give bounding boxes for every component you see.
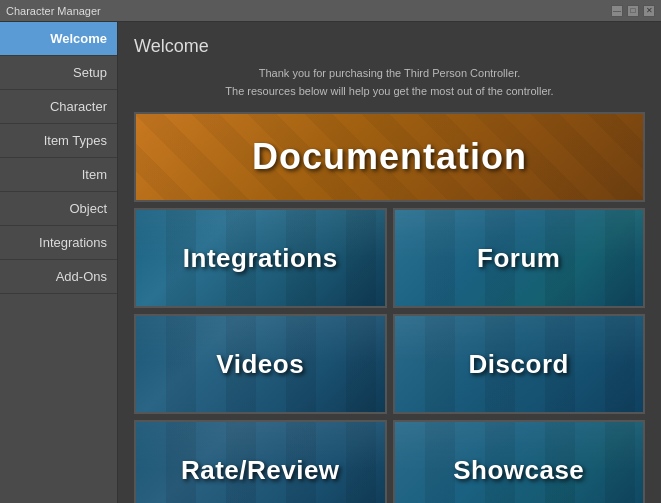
sidebar-item-integrations[interactable]: Integrations [0, 226, 117, 260]
rate-review-card[interactable]: Rate/Review [134, 420, 387, 503]
sidebar-item-character[interactable]: Character [0, 90, 117, 124]
documentation-card[interactable]: Documentation [134, 112, 645, 202]
sidebar-item-item-types[interactable]: Item Types [0, 124, 117, 158]
integrations-label: Integrations [183, 243, 338, 274]
documentation-label: Documentation [252, 136, 527, 178]
showcase-card[interactable]: Showcase [393, 420, 646, 503]
title-bar-buttons: — □ ✕ [611, 5, 655, 17]
sidebar-item-item[interactable]: Item [0, 158, 117, 192]
sidebar-item-object[interactable]: Object [0, 192, 117, 226]
title-bar: Character Manager — □ ✕ [0, 0, 661, 22]
welcome-text: Thank you for purchasing the Third Perso… [134, 65, 645, 100]
row-2: Videos Discord [134, 314, 645, 414]
main-layout: Welcome Setup Character Item Types Item … [0, 22, 661, 503]
row-1: Integrations Forum [134, 208, 645, 308]
videos-label: Videos [216, 349, 304, 380]
minimize-button[interactable]: — [611, 5, 623, 17]
rate-review-label: Rate/Review [181, 455, 340, 486]
discord-card[interactable]: Discord [393, 314, 646, 414]
maximize-button[interactable]: □ [627, 5, 639, 17]
content-area: Welcome Thank you for purchasing the Thi… [118, 22, 661, 503]
close-button[interactable]: ✕ [643, 5, 655, 17]
forum-label: Forum [477, 243, 560, 274]
discord-label: Discord [469, 349, 569, 380]
sidebar: Welcome Setup Character Item Types Item … [0, 22, 118, 503]
videos-card[interactable]: Videos [134, 314, 387, 414]
showcase-label: Showcase [453, 455, 584, 486]
sidebar-item-setup[interactable]: Setup [0, 56, 117, 90]
sidebar-item-add-ons[interactable]: Add-Ons [0, 260, 117, 294]
row-3: Rate/Review Showcase [134, 420, 645, 503]
page-title: Welcome [134, 36, 645, 57]
cards-container: Documentation Integrations Forum Videos … [134, 112, 645, 503]
title-bar-text: Character Manager [6, 5, 101, 17]
sidebar-item-welcome[interactable]: Welcome [0, 22, 117, 56]
forum-card[interactable]: Forum [393, 208, 646, 308]
integrations-card[interactable]: Integrations [134, 208, 387, 308]
